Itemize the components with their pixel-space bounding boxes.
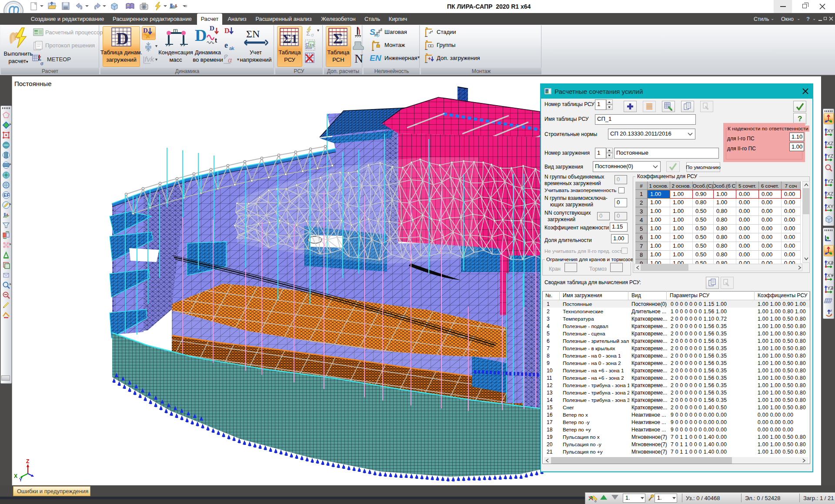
svg-text:XZ: XZ: [827, 141, 833, 146]
svg-text:YZ: YZ: [827, 179, 833, 184]
svg-text:Z: Z: [26, 458, 29, 464]
svg-text:XY: XY: [827, 204, 834, 209]
svg-text:z: z: [830, 308, 832, 312]
svg-text:?: ?: [798, 115, 802, 123]
svg-text:YZ: YZ: [827, 153, 833, 159]
svg-text:X: X: [14, 473, 17, 479]
svg-text:Y: Y: [19, 477, 22, 482]
svg-text:EF: EF: [3, 192, 10, 198]
svg-text:XZ: XZ: [827, 191, 833, 196]
svg-text:XY: XY: [827, 128, 834, 133]
svg-text:o: o: [595, 499, 597, 503]
